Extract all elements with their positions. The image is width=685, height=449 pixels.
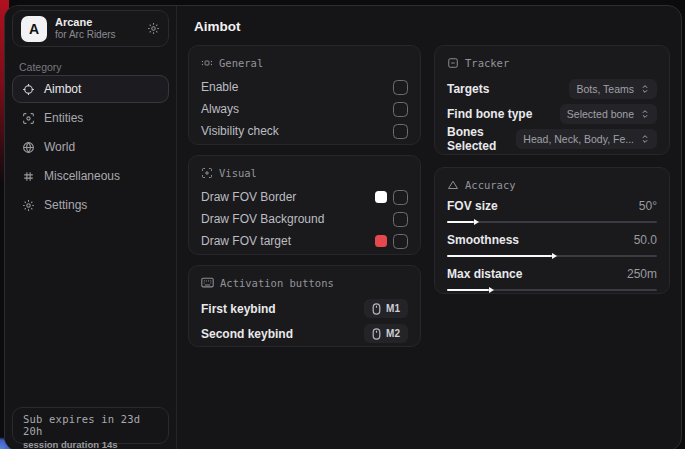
keyboard-icon (201, 277, 214, 288)
category-label: Category (19, 61, 62, 73)
slider-value: 250m (627, 267, 657, 281)
setting-label: Smoothness (447, 233, 519, 247)
main-pane: Aimbot General Enable Always (178, 6, 681, 449)
expand-icon (640, 134, 650, 144)
sidebar: A Arcane for Arc Riders Category (5, 6, 177, 449)
app-title: Arcane (55, 16, 139, 29)
setting-label: Targets (447, 82, 489, 96)
fov-border-color-swatch[interactable] (375, 191, 387, 203)
fov-size-slider[interactable] (447, 214, 657, 230)
slider-label-row: Smoothness 50.0 (447, 232, 657, 248)
setting-label: Visibility check (201, 124, 279, 138)
slider-fill (447, 255, 552, 257)
gear-icon[interactable] (147, 22, 160, 35)
card-title: Activation buttons (220, 277, 334, 289)
sidebar-item-aimbot[interactable]: Aimbot (12, 75, 169, 103)
enable-checkbox[interactable] (393, 80, 408, 95)
draw-fov-background-checkbox[interactable] (393, 212, 408, 227)
tracker-icon (447, 57, 459, 69)
card-activation-buttons: Activation buttons First keybind M1 Seco… (188, 265, 421, 347)
slider-group-smoothness: Smoothness 50.0 (447, 232, 657, 264)
setting-label: Always (201, 102, 239, 116)
setting-row-visibility-check: Visibility check (201, 120, 408, 142)
dropdown-value: Head, Neck, Body, Fe... (523, 133, 634, 145)
visibility-check-checkbox[interactable] (393, 124, 408, 139)
smoothness-slider[interactable] (447, 248, 657, 264)
sidebar-nav: Aimbot Entities World (12, 75, 169, 220)
keybind-value: M2 (386, 328, 400, 339)
slider-group-max-distance: Max distance 250m (447, 266, 657, 298)
mouse-icon (372, 328, 381, 340)
card-title: Visual (219, 167, 257, 179)
dropdown-value: Selected bone (567, 108, 634, 120)
first-keybind-button[interactable]: M1 (364, 299, 408, 318)
draw-fov-target-checkbox[interactable] (393, 234, 408, 249)
setting-label: Max distance (447, 267, 522, 281)
general-icon (201, 57, 213, 69)
page-title: Aimbot (194, 19, 241, 34)
setting-row-first-keybind: First keybind M1 (201, 296, 408, 321)
slider-fill (447, 221, 474, 223)
brand-text: Arcane for Arc Riders (55, 16, 139, 40)
mouse-icon (372, 303, 381, 315)
max-distance-slider[interactable] (447, 282, 657, 298)
sidebar-item-world[interactable]: World (12, 133, 169, 161)
setting-row-targets: Targets Bots, Teams (447, 76, 657, 101)
sidebar-item-label: Settings (44, 198, 87, 212)
sidebar-item-label: Aimbot (44, 82, 81, 96)
bones-selected-dropdown[interactable]: Head, Neck, Body, Fe... (516, 129, 657, 149)
visual-icon (201, 167, 213, 179)
setting-row-second-keybind: Second keybind M2 (201, 321, 408, 346)
app-logo: A (21, 16, 47, 42)
setting-label: Enable (201, 80, 238, 94)
card-activation-header: Activation buttons (201, 275, 408, 290)
draw-fov-border-checkbox[interactable] (393, 190, 408, 205)
globe-icon (22, 141, 35, 154)
scan-icon (22, 112, 35, 125)
setting-row-bones-selected: Bones Selected Head, Neck, Body, Fe... (447, 126, 657, 151)
fov-target-color-swatch[interactable] (375, 235, 387, 247)
keybind-value: M1 (386, 303, 400, 314)
sub-expires-text: Sub expires in 23d 20h (23, 413, 158, 437)
setting-label: Draw FOV target (201, 234, 291, 248)
card-visual-header: Visual (201, 165, 408, 180)
card-visual: Visual Draw FOV Border Draw FOV Backgrou… (188, 155, 421, 255)
setting-label: Second keybind (201, 327, 293, 341)
setting-label: First keybind (201, 302, 276, 316)
card-general-header: General (201, 55, 408, 70)
card-tracker-header: Tracker (447, 55, 657, 70)
subscription-box: Sub expires in 23d 20h session duration … (12, 407, 169, 444)
sidebar-item-settings[interactable]: Settings (12, 191, 169, 219)
setting-label: Draw FOV Background (201, 212, 324, 226)
card-title: Tracker (465, 57, 509, 69)
setting-label: Draw FOV Border (201, 190, 296, 204)
targets-dropdown[interactable]: Bots, Teams (569, 79, 657, 99)
second-keybind-button[interactable]: M2 (364, 324, 408, 343)
setting-row-draw-fov-border: Draw FOV Border (201, 186, 408, 208)
card-title: General (219, 57, 263, 69)
sidebar-item-miscellaneous[interactable]: Miscellaneous (12, 162, 169, 190)
find-bone-type-dropdown[interactable]: Selected bone (560, 104, 657, 124)
setting-label: Bones Selected (447, 125, 516, 153)
slider-group-fov-size: FOV size 50° (447, 198, 657, 230)
sidebar-item-label: Miscellaneous (44, 169, 120, 183)
slider-label-row: Max distance 250m (447, 266, 657, 282)
setting-label: Find bone type (447, 107, 532, 121)
controls (375, 190, 408, 205)
always-checkbox[interactable] (393, 102, 408, 117)
app-subtitle: for Arc Riders (55, 29, 139, 41)
card-title: Accuracy (465, 179, 516, 191)
sidebar-item-entities[interactable]: Entities (12, 104, 169, 132)
slider-label-row: FOV size 50° (447, 198, 657, 214)
card-tracker: Tracker Targets Bots, Teams Find bone ty… (434, 45, 670, 155)
setting-row-draw-fov-target: Draw FOV target (201, 230, 408, 252)
setting-label: FOV size (447, 199, 498, 213)
sidebar-item-label: Entities (44, 111, 83, 125)
gear-icon (22, 199, 35, 212)
session-duration-text: session duration 14s (23, 439, 158, 449)
card-accuracy-header: Accuracy (447, 177, 657, 192)
crosshair-icon (22, 83, 35, 96)
slider-fill (447, 289, 489, 291)
hash-grid-icon (22, 170, 35, 183)
brand-card: A Arcane for Arc Riders (12, 10, 169, 47)
